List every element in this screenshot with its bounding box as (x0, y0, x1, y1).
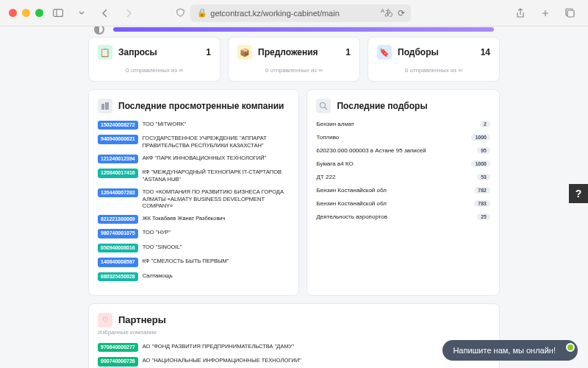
help-button[interactable]: ? (569, 184, 588, 203)
stat-sub: 0 отправленных из ∞ (237, 67, 351, 74)
new-tab-icon[interactable] (537, 6, 554, 21)
url-text: getcontract.kz/working-cabinet/main (210, 9, 339, 18)
company-name: ГОСУДАРСТВЕННОЕ УЧРЕЖДЕНИЕ "АППАРАТ ПРАВ… (143, 135, 290, 149)
selections-list-icon (316, 99, 331, 113)
selection-count: 2 (480, 121, 490, 127)
selection-name: Бензин Костанайской обл (316, 187, 386, 194)
selection-name: ДТ 222 (316, 174, 335, 180)
selection-row[interactable]: 620230.000.000003 в Астане 95 записей95 (316, 147, 490, 154)
online-status-dot (566, 343, 575, 352)
selections-icon: 🔖 (377, 45, 392, 60)
partner-name: АО "НАЦИОНАЛЬНЫЕ ИНФОРМАЦИОННЫЕ ТЕХНОЛОГ… (143, 357, 490, 364)
stat-label: Запросы (118, 47, 200, 57)
svg-rect-3 (101, 104, 104, 110)
company-badge: 940940000621 (98, 135, 138, 144)
tabs-icon[interactable] (562, 6, 579, 21)
company-row[interactable]: 150240008272ТОО "MITWORK" (98, 121, 290, 130)
company-row[interactable]: 121240012394АКФ "ПАРК ИННОВАЦИОННЫХ ТЕХН… (98, 155, 290, 163)
company-row[interactable]: 120840017416КФ "МЕЖДУНАРОДНЫЙ ТЕХНОПАРК … (98, 169, 290, 183)
company-name: АКФ "ПАРК ИННОВАЦИОННЫХ ТЕХНОЛОГИЙ" (143, 155, 290, 162)
partner-name: АО "ФОНД РАЗВИТИЯ ПРЕДПРИНИМАТЕЛЬСТВА "Д… (143, 343, 490, 350)
selection-count: 1000 (471, 134, 490, 141)
selection-count: 1000 (471, 160, 490, 167)
company-badge: 120440007283 (98, 188, 138, 197)
company-badge: 150240008272 (98, 121, 138, 130)
browser-chrome: 🔒 getcontract.kz/working-cabinet/main ᴬあ… (0, 0, 588, 26)
selection-count: 25 (477, 213, 490, 220)
company-row[interactable]: 120440007283ТОО «КОМПАНИЯ ПО РАЗВИТИЮ БИ… (98, 188, 290, 210)
company-badge: 050940008016 (98, 244, 138, 252)
company-name: ТОО "НУР" (143, 229, 290, 236)
stat-card-offers[interactable]: 📦 Предложения 1 0 отправленных из ∞ (228, 37, 360, 82)
chat-widget[interactable]: Напишите нам, мы онлайн! (442, 340, 578, 361)
partner-row[interactable]: 970840000277АО "ФОНД РАЗВИТИЯ ПРЕДПРИНИМ… (98, 343, 490, 352)
company-row[interactable]: 980740001075ТОО "НУР" (98, 229, 290, 238)
address-bar[interactable]: 🔒 getcontract.kz/working-cabinet/main ᴬあ… (190, 4, 411, 22)
maximize-window-button[interactable] (35, 9, 43, 17)
selection-name: Бензин алмат (316, 121, 354, 127)
svg-rect-0 (54, 10, 63, 17)
page-body: 📋 Запросы 1 0 отправленных из ∞ 📦 Предло… (0, 26, 588, 368)
stat-label: Предложения (258, 47, 340, 57)
company-row[interactable]: 880325450028Салтамощь (98, 272, 290, 281)
close-window-button[interactable] (9, 9, 17, 17)
top-accent-bar (113, 27, 494, 32)
selection-count: 783 (474, 200, 490, 207)
selection-name: Топливо (316, 134, 339, 141)
partner-row[interactable]: 000740000728АО "НАЦИОНАЛЬНЫЕ ИНФОРМАЦИОН… (98, 357, 490, 366)
company-row[interactable]: 140840008587КФ "СМЕЛОСТЬ БЫТЬ ПЕРВЫМ" (98, 258, 290, 266)
company-name: ТОО "SINOOIL" (143, 244, 290, 251)
company-name: КФ "СМЕЛОСТЬ БЫТЬ ПЕРВЫМ" (143, 258, 290, 265)
company-name: ЖК Токабаев Жанат Разбекович (143, 215, 290, 222)
reload-icon[interactable]: ⟳ (398, 8, 405, 18)
selection-row[interactable]: Бензин алмат2 (316, 121, 490, 127)
stat-label: Подборы (398, 47, 475, 57)
selection-row[interactable]: Бензин Костанайской обл783 (316, 200, 490, 207)
company-row[interactable]: 940940000621ГОСУДАРСТВЕННОЕ УЧРЕЖДЕНИЕ "… (98, 135, 290, 149)
back-button[interactable] (96, 6, 114, 21)
recent-companies-card: Последние просмотренные компании 1502400… (88, 89, 299, 296)
card-title: Партнеры (118, 314, 166, 325)
selection-name: Бумага а4 КО (316, 160, 353, 167)
stat-card-requests[interactable]: 📋 Запросы 1 0 отправленных из ∞ (88, 37, 220, 82)
company-badge: 121240012394 (98, 155, 138, 163)
card-title: Последние просмотренные компании (118, 101, 284, 111)
selection-count: 95 (477, 147, 490, 154)
company-row[interactable]: 050940008016ТОО "SINOOIL" (98, 244, 290, 252)
stat-count: 1 (206, 47, 211, 57)
stat-count: 1 (345, 47, 351, 57)
selection-name: Бензин Костанайской обл (316, 200, 386, 207)
partner-badge: 970840000277 (98, 343, 138, 352)
svg-rect-2 (567, 10, 574, 17)
traffic-lights (9, 9, 43, 17)
selection-count: 782 (474, 187, 490, 194)
selection-row[interactable]: Бумага а4 КО1000 (316, 160, 490, 167)
selection-name: Деятельность аэропортов (316, 213, 387, 220)
stat-sub: 0 отправленных из ∞ (98, 67, 211, 74)
company-row[interactable]: 821221300009ЖК Токабаев Жанат Разбекович (98, 215, 290, 224)
company-badge: 880325450028 (98, 272, 138, 281)
partners-card: ♡ Партнеры Избранные компании 9708400002… (88, 303, 500, 368)
minimize-window-button[interactable] (22, 9, 30, 17)
selection-row[interactable]: ДТ 22253 (316, 174, 490, 180)
forward-button[interactable] (120, 6, 137, 21)
company-name: КФ "МЕЖДУНАРОДНЫЙ ТЕХНОПАРК IT-СТАРТАПОВ… (143, 169, 290, 183)
translate-icon[interactable]: ᴬあ (381, 7, 393, 19)
sidebar-toggle-icon[interactable] (49, 6, 67, 21)
company-badge: 821221300009 (98, 215, 138, 224)
svg-rect-4 (105, 102, 109, 110)
share-icon[interactable] (512, 6, 529, 21)
partners-subtitle: Избранные компании (98, 329, 490, 336)
heart-icon: ♡ (98, 313, 112, 328)
stat-card-selections[interactable]: 🔖 Подборы 14 0 отправленных из ∞ (368, 37, 500, 82)
selection-count: 53 (477, 174, 490, 180)
selection-row[interactable]: Бензин Костанайской обл782 (316, 187, 490, 194)
offers-icon: 📦 (237, 45, 252, 60)
requests-icon: 📋 (98, 45, 112, 60)
privacy-shield-icon (176, 8, 185, 18)
dropdown-chevron-icon[interactable] (73, 6, 90, 21)
company-name: ТОО «КОМПАНИЯ ПО РАЗВИТИЮ БИЗНЕСА ГОРОДА… (143, 188, 290, 210)
selection-row[interactable]: Топливо1000 (316, 134, 490, 141)
selection-row[interactable]: Деятельность аэропортов25 (316, 213, 490, 220)
contrast-icon[interactable] (94, 26, 104, 35)
